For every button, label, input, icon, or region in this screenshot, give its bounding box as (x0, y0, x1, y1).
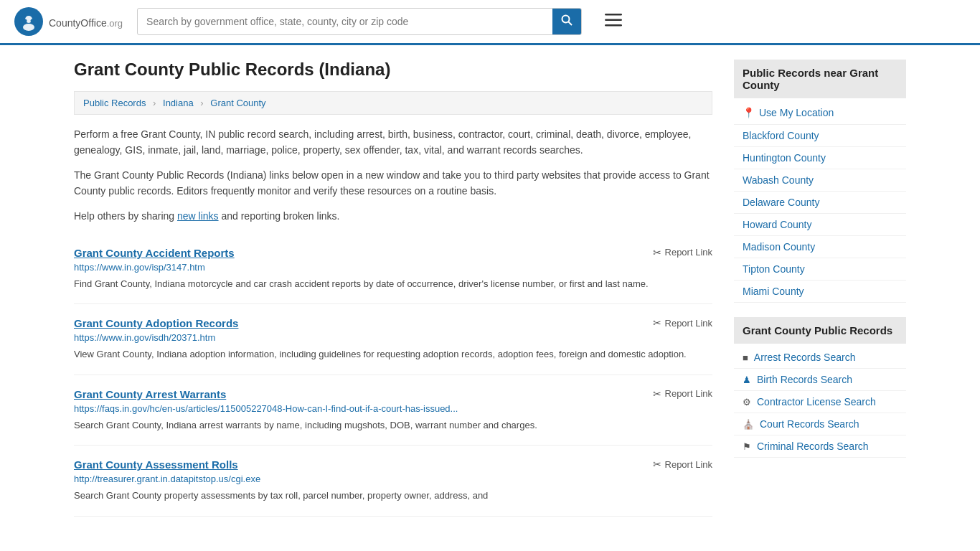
search-button[interactable] (552, 9, 581, 34)
description-p3: Help others by sharing new links and rep… (74, 208, 712, 224)
report-icon: ✂ (653, 458, 661, 470)
logo-text: CountyOffice.org (49, 14, 123, 30)
record-item: Grant County Arrest Warrants ✂ Report Li… (74, 375, 712, 446)
huntington-county-link[interactable]: Huntington County (743, 152, 826, 164)
description: Perform a free Grant County, IN public r… (74, 126, 712, 224)
record-item: Grant County Assessment Rolls ✂ Report L… (74, 446, 712, 517)
birth-records-icon: ♟ (743, 375, 751, 385)
svg-line-6 (569, 22, 573, 26)
record-desc: Search Grant County, Indiana arrest warr… (74, 418, 712, 433)
sidebar-item-howard[interactable]: Howard County (734, 214, 906, 236)
report-icon: ✂ (653, 247, 661, 258)
record-header: Grant County Assessment Rolls ✂ Report L… (74, 458, 712, 471)
svg-point-4 (31, 19, 34, 23)
record-header: Grant County Arrest Warrants ✂ Report Li… (74, 388, 712, 400)
record-url[interactable]: http://treasurer.grant.in.datapitstop.us… (74, 474, 712, 484)
description-p1: Perform a free Grant County, IN public r… (74, 126, 712, 159)
main-container: Grant County Public Records (Indiana) Pu… (60, 45, 920, 531)
location-pin-icon: 📍 (743, 107, 755, 118)
svg-rect-8 (605, 19, 622, 22)
court-records-icon: ⛪ (743, 419, 754, 430)
delaware-county-link[interactable]: Delaware County (743, 197, 819, 208)
grant-county-records-header: Grant County Public Records (734, 317, 906, 344)
blackford-county-link[interactable]: Blackford County (743, 130, 819, 141)
record-url[interactable]: https://faqs.in.gov/hc/en-us/articles/11… (74, 403, 712, 414)
breadcrumb-indiana[interactable]: Indiana (163, 98, 194, 108)
court-records-link[interactable]: Court Records Search (760, 418, 859, 430)
svg-point-5 (562, 16, 570, 23)
sidebar-contractor-license[interactable]: ⚙ Contractor License Search (734, 391, 906, 413)
sidebar-item-delaware[interactable]: Delaware County (734, 192, 906, 214)
breadcrumb-sep2: › (200, 98, 203, 108)
breadcrumb-public-records[interactable]: Public Records (83, 98, 146, 108)
report-icon: ✂ (653, 388, 661, 400)
miami-county-link[interactable]: Miami County (743, 286, 804, 297)
svg-point-2 (23, 24, 34, 31)
breadcrumb: Public Records › Indiana › Grant County (74, 91, 712, 115)
sidebar-item-wabash[interactable]: Wabash County (734, 169, 906, 192)
criminal-records-link[interactable]: Criminal Records Search (757, 441, 869, 452)
site-header: CountyOffice.org (0, 0, 980, 45)
sidebar-birth-records[interactable]: ♟ Birth Records Search (734, 369, 906, 391)
record-desc: Find Grant County, Indiana motorcycle an… (74, 277, 712, 291)
tipton-county-link[interactable]: Tipton County (743, 263, 805, 275)
record-title[interactable]: Grant County Adoption Records (74, 317, 238, 329)
report-link-3[interactable]: ✂ Report Link (653, 458, 712, 470)
record-item: Grant County Accident Reports ✂ Report L… (74, 234, 712, 305)
description-p2: The Grant County Public Records (Indiana… (74, 167, 712, 199)
search-area (137, 8, 582, 35)
howard-county-link[interactable]: Howard County (743, 219, 812, 230)
main-content: Grant County Public Records (Indiana) Pu… (74, 60, 712, 517)
logo-area[interactable]: CountyOffice.org (14, 7, 123, 36)
criminal-records-icon: ⚑ (743, 441, 751, 452)
sidebar-arrest-records[interactable]: ■ Arrest Records Search (734, 347, 906, 369)
birth-records-link[interactable]: Birth Records Search (757, 374, 852, 385)
arrest-records-link[interactable]: Arrest Records Search (754, 352, 856, 363)
record-url[interactable]: https://www.in.gov/isdh/20371.htm (74, 332, 712, 343)
record-title[interactable]: Grant County Arrest Warrants (74, 388, 226, 400)
nearby-section: Public Records near Grant County 📍 Use M… (734, 60, 906, 303)
breadcrumb-grant-county[interactable]: Grant County (210, 98, 265, 108)
record-item: Grant County Adoption Records ✂ Report L… (74, 304, 712, 375)
record-desc: Search Grant County property assessments… (74, 489, 712, 503)
wabash-county-link[interactable]: Wabash County (743, 174, 814, 186)
report-icon: ✂ (653, 317, 661, 329)
sidebar-item-madison[interactable]: Madison County (734, 236, 906, 258)
svg-rect-9 (605, 24, 622, 27)
record-url[interactable]: https://www.in.gov/isp/3147.htm (74, 262, 712, 273)
report-link-1[interactable]: ✂ Report Link (653, 317, 712, 329)
search-input[interactable] (138, 10, 552, 33)
sidebar-item-blackford[interactable]: Blackford County (734, 125, 906, 147)
sidebar: Public Records near Grant County 📍 Use M… (734, 60, 906, 517)
record-header: Grant County Accident Reports ✂ Report L… (74, 247, 712, 259)
grant-county-records-section: Grant County Public Records ■ Arrest Rec… (734, 317, 906, 458)
contractor-license-link[interactable]: Contractor License Search (757, 396, 876, 408)
madison-county-link[interactable]: Madison County (743, 241, 815, 253)
record-title[interactable]: Grant County Assessment Rolls (74, 458, 238, 471)
sidebar-item-miami[interactable]: Miami County (734, 281, 906, 303)
logo-icon (14, 7, 43, 36)
new-links-link[interactable]: new links (177, 210, 219, 222)
sidebar-court-records[interactable]: ⛪ Court Records Search (734, 413, 906, 435)
page-title: Grant County Public Records (Indiana) (74, 60, 712, 80)
use-my-location[interactable]: 📍 Use My Location (734, 101, 906, 125)
sidebar-criminal-records[interactable]: ⚑ Criminal Records Search (734, 435, 906, 458)
record-desc: View Grant County, Indiana adoption info… (74, 347, 712, 362)
contractor-license-icon: ⚙ (743, 397, 751, 408)
menu-button[interactable] (602, 9, 625, 34)
sidebar-item-tipton[interactable]: Tipton County (734, 258, 906, 281)
records-list: Grant County Accident Reports ✂ Report L… (74, 234, 712, 517)
arrest-records-icon: ■ (743, 352, 748, 363)
report-link-2[interactable]: ✂ Report Link (653, 388, 712, 400)
record-title[interactable]: Grant County Accident Reports (74, 247, 235, 259)
svg-point-3 (24, 19, 27, 23)
nearby-header: Public Records near Grant County (734, 60, 906, 98)
breadcrumb-sep1: › (153, 98, 156, 108)
use-my-location-link[interactable]: Use My Location (759, 107, 834, 118)
record-header: Grant County Adoption Records ✂ Report L… (74, 317, 712, 329)
sidebar-item-huntington[interactable]: Huntington County (734, 147, 906, 169)
report-link-0[interactable]: ✂ Report Link (653, 247, 712, 258)
svg-rect-7 (605, 14, 622, 16)
